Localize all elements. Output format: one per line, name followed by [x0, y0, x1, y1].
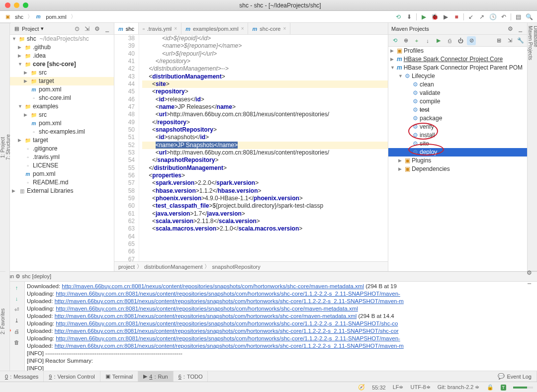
breadcrumb-root[interactable]: shc [13, 13, 25, 21]
tree-node[interactable]: ▶📁target [10, 136, 114, 145]
database-tool-tab[interactable]: Database [533, 23, 537, 271]
up-icon[interactable]: ↑ [13, 284, 21, 292]
maven-node[interactable]: ⚙compile [388, 97, 527, 106]
maven-node[interactable]: ⚙verify [388, 123, 527, 131]
maven-node[interactable]: ▶mHBase Spark Connector Project Core [388, 55, 527, 64]
toolwindow-button[interactable]: 6: TODO [174, 371, 208, 382]
gear-icon[interactable]: ⚙ [93, 25, 101, 33]
memory-indicator[interactable] [513, 387, 533, 389]
zoom-window-button[interactable] [23, 2, 28, 8]
toolwindow-button[interactable]: 9: Version Control [44, 371, 100, 382]
tree-node[interactable]: ▶📁.idea [10, 52, 114, 60]
structure-icon[interactable]: ▤ [514, 13, 522, 21]
vcs-history-icon[interactable]: 🕓 [489, 13, 497, 21]
tree-node[interactable]: ▼📁core [shc-core] [10, 60, 114, 69]
code-breadcrumb[interactable]: project〉 distributionManagement〉 snapsho… [114, 261, 388, 271]
minimize-window-button[interactable] [14, 2, 19, 8]
dropdown-icon[interactable]: ▾ [41, 25, 44, 32]
maven-node[interactable]: ⚙install [388, 131, 527, 140]
tree-node[interactable]: ▫shc-examples.iml [10, 128, 114, 136]
toolwindow-button[interactable]: ▣Terminal [100, 371, 139, 382]
git-branch[interactable]: Git: branch-2.2 ≑ [438, 384, 480, 391]
editor-tab[interactable]: mexamples/pom.xml× [181, 23, 248, 34]
build-icon[interactable]: ⬇ [405, 13, 413, 21]
vcs-update-icon[interactable]: ↙ [467, 13, 475, 21]
stop-icon[interactable]: ■ [452, 13, 460, 21]
tree-node[interactable]: ▶📁src [10, 69, 114, 77]
tree-node[interactable]: ▫.travis.yml [10, 153, 114, 161]
gear-icon[interactable]: ⚙ [506, 25, 514, 33]
maven-node[interactable]: ▶▣Plugins [388, 157, 527, 165]
encoding[interactable]: UTF-8≑ [411, 384, 431, 391]
close-icon[interactable]: × [241, 26, 244, 31]
run-icon[interactable]: ▶ [420, 13, 428, 21]
maven-node[interactable]: ⚙deploy [388, 148, 527, 157]
compass-icon[interactable]: 🧭 [358, 384, 365, 391]
debug-icon[interactable]: 🐞 [431, 13, 439, 21]
hide-icon[interactable]: ⎯ [516, 25, 524, 33]
maven-node[interactable]: ⚙package [388, 114, 527, 123]
maven-node[interactable]: ▼⚙Lifecycle [388, 72, 527, 80]
code-content[interactable]: <id>${repoid}</id> <name>${reponame}</na… [142, 35, 388, 261]
down-icon[interactable]: ↓ [13, 295, 21, 303]
maven-node[interactable]: ⚙validate [388, 89, 527, 97]
editor-tab[interactable]: mshc-core× [248, 23, 290, 34]
tree-node[interactable]: mpom.xml [10, 170, 114, 178]
tree-node[interactable]: ▼📁shc~/IdeaProjects/shc [10, 35, 114, 43]
sync-icon[interactable]: ⟲ [394, 13, 402, 21]
toolwindow-button[interactable]: ▶4: Run [138, 371, 173, 382]
maven-tool-tab[interactable]: Maven Projects [528, 23, 533, 271]
toolwindow-button[interactable]: 0: Messages [0, 371, 44, 382]
tree-node[interactable]: ▶▥External Libraries [10, 187, 114, 195]
run-icon[interactable]: ▶ [434, 36, 443, 45]
target-icon[interactable]: ⊙ [73, 25, 81, 33]
line-separator[interactable]: LF≑ [393, 384, 404, 391]
tree-node[interactable]: ▫README.md [10, 178, 114, 187]
lock-icon[interactable]: 🔒 [487, 384, 494, 391]
tree-node[interactable]: ▶📁target [10, 77, 114, 85]
vcs-commit-icon[interactable]: ↗ [478, 13, 486, 21]
project-tool-tab[interactable]: 1: Project [0, 23, 5, 271]
tree-node[interactable]: ▶📁src [10, 111, 114, 119]
wrap-icon[interactable]: ⏎ [13, 306, 21, 314]
editor-tab[interactable]: ▫.travis.yml× [139, 23, 181, 34]
print-icon[interactable]: 🖨 [13, 327, 21, 335]
breadcrumb-file[interactable]: pom.xml [44, 13, 69, 21]
coverage-icon[interactable]: ▶ [442, 13, 449, 21]
tree-node[interactable]: ▫shc-core.iml [10, 94, 114, 102]
console-output[interactable]: Downloaded: http://maven.66buy.com.cn:80… [25, 282, 537, 371]
tree-node[interactable]: ▶📁.github [10, 43, 114, 52]
maven-node[interactable]: ⚙clean [388, 80, 527, 89]
search-icon[interactable]: 🔍 [525, 13, 533, 21]
skip-tests-icon[interactable]: ⊘ [467, 36, 476, 45]
status-badge[interactable]: T [501, 385, 507, 391]
hide-icon[interactable]: ⎯ [103, 25, 111, 33]
close-icon[interactable]: × [174, 26, 177, 31]
maven-node[interactable]: ▶▣Profiles [388, 47, 527, 55]
collapse-icon[interactable]: ⇲ [83, 25, 91, 33]
add-icon[interactable]: + [412, 36, 421, 45]
tree-node[interactable]: ▫.gitignore [10, 145, 114, 153]
structure-tool-tab[interactable]: 7: Structure [5, 23, 11, 271]
clear-icon[interactable]: 🗑 [13, 338, 21, 346]
download-icon[interactable]: ↓ [423, 36, 432, 45]
execute-icon[interactable]: ⎙ [445, 36, 454, 45]
maven-node[interactable]: ▶▣Dependencies [388, 165, 527, 173]
maven-node[interactable]: ▼mHBase Spark Connector Project Parent P… [388, 64, 527, 72]
close-window-button[interactable] [5, 2, 10, 8]
settings-icon[interactable]: 🔧 [516, 36, 525, 45]
close-icon[interactable]: × [283, 26, 286, 31]
generate-sources-icon[interactable]: ⊕ [401, 36, 410, 45]
project-tree[interactable]: ▼📁shc~/IdeaProjects/shc▶📁.github▶📁.idea▼… [10, 35, 114, 271]
maven-node[interactable]: ⚙test [388, 106, 527, 114]
tree-node[interactable]: ▫LICENSE [10, 161, 114, 170]
favorites-tool-tab[interactable]: 2: Favorites [0, 271, 5, 371]
editor-tab[interactable]: mshc [114, 23, 139, 34]
maven-tree[interactable]: ▶▣Profiles▶mHBase Spark Connector Projec… [388, 47, 527, 271]
scroll-end-icon[interactable]: ⤓ [13, 316, 21, 324]
refresh-icon[interactable]: ⟲ [390, 36, 399, 45]
maven-node[interactable]: ⚙site [388, 140, 527, 148]
show-deps-icon[interactable]: ⊞ [494, 36, 503, 45]
toggle-offline-icon[interactable]: ⏻ [456, 36, 465, 45]
vcs-revert-icon[interactable]: ↶ [500, 13, 508, 21]
